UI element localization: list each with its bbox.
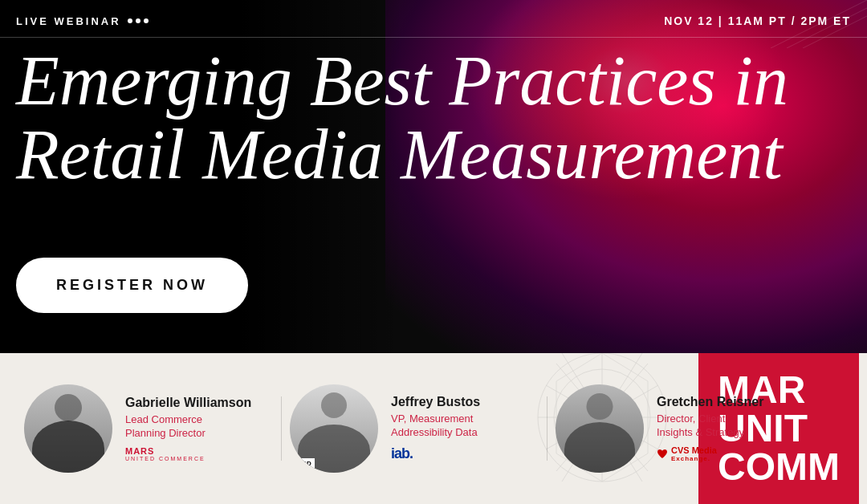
date-time: NOV 12 | 11AM PT / 2PM ET [664, 14, 851, 27]
header-bar: LIVE WEBINAR NOV 12 | 11AM PT / 2PM ET [16, 14, 851, 27]
ned-badge: NED [294, 458, 315, 469]
cvs-heart-icon [657, 449, 668, 460]
cvs-logo: CVS MediaExchange. [657, 445, 763, 462]
speaker-title-gabrielle: Lead CommercePlanning Director [125, 413, 251, 441]
live-webinar-label: LIVE WEBINAR [16, 15, 121, 27]
body-shape [32, 421, 104, 473]
speaker-title-gretchen: Director, ClientInsights & Strategy [657, 413, 763, 440]
dot2 [136, 18, 140, 23]
register-now-button[interactable]: REGISTER NOW [16, 258, 248, 313]
separator-1 [281, 396, 282, 461]
speaker-title-jeffrey: VP, MeasurementAddressibility Data [391, 413, 480, 440]
live-webinar-left: LIVE WEBINAR [16, 15, 149, 27]
avatar-jeffrey: NED [290, 384, 378, 473]
head-shape [321, 392, 347, 418]
iab-logo: iab. [391, 445, 480, 462]
hero-title-line2: Retail Media Measurement [16, 118, 867, 192]
register-btn-label: REGISTER NOW [56, 277, 208, 293]
speaker-info-jeffrey: Jeffrey Bustos VP, MeasurementAddressibi… [391, 395, 480, 463]
hero-section: LIVE WEBINAR NOV 12 | 11AM PT / 2PM ET E… [0, 0, 867, 353]
mars-logo: MARSUNITED COMMERCE [125, 446, 251, 461]
body-shape [564, 422, 635, 473]
speaker-name-gretchen: Gretchen Reisner [657, 395, 763, 409]
speakers-section: Gabrielle Williamson Lead CommercePlanni… [0, 353, 867, 504]
mars-logo-sub: UNITED COMMERCE [125, 456, 251, 461]
head-shape [587, 393, 613, 420]
speaker-name-jeffrey: Jeffrey Bustos [391, 395, 480, 409]
speaker-item-gabrielle: Gabrielle Williamson Lead CommercePlanni… [24, 384, 273, 473]
dot3 [144, 18, 149, 23]
separator-2 [547, 396, 547, 461]
three-dots-icon [128, 18, 149, 23]
hero-title: Emerging Best Practices in Retail Media … [16, 44, 867, 193]
register-button-wrap: REGISTER NOW [16, 258, 248, 313]
hero-title-line1: Emerging Best Practices in [16, 44, 867, 118]
speakers-row: Gabrielle Williamson Lead CommercePlanni… [24, 384, 843, 473]
speaker-name-gabrielle: Gabrielle Williamson [125, 396, 251, 410]
avatar-gretchen [556, 384, 644, 473]
avatar-gabrielle [24, 384, 112, 473]
speaker-item-gretchen: Gretchen Reisner Director, ClientInsight… [556, 384, 804, 473]
head-shape [55, 394, 82, 421]
speaker-info-gretchen: Gretchen Reisner Director, ClientInsight… [657, 395, 763, 463]
page-wrapper: LIVE WEBINAR NOV 12 | 11AM PT / 2PM ET E… [0, 0, 867, 504]
speaker-item-jeffrey: NED Jeffrey Bustos VP, MeasurementAddres… [290, 384, 539, 473]
dot1 [128, 18, 132, 23]
header-divider [0, 37, 867, 38]
speaker-info-gabrielle: Gabrielle Williamson Lead CommercePlanni… [125, 396, 251, 462]
cvs-text: CVS MediaExchange. [671, 445, 717, 462]
